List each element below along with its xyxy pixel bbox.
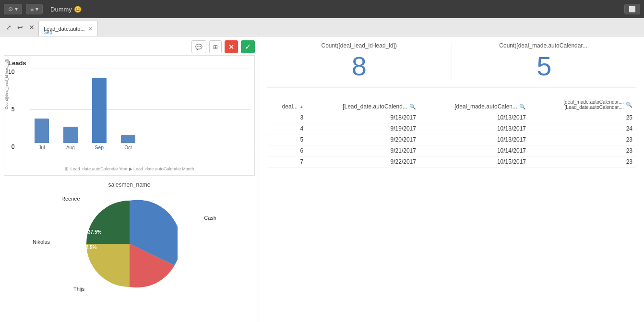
dropdown-arrow: ▾ bbox=[15, 6, 18, 12]
cell-lead-date-0: 9/18/2017 bbox=[307, 112, 420, 123]
bar-group-jul: Jul bbox=[35, 119, 49, 150]
dropdown-arrow2: ▾ bbox=[36, 6, 38, 12]
cell-deal-made-3: 10/14/2017 bbox=[420, 145, 530, 156]
kpi-2-label: Count([deal_made.autoCalendar.... bbox=[462, 42, 627, 49]
pie-label-thijs: Thijs bbox=[73, 286, 84, 292]
left-panel: 💬 ⊞ ✕ ✓ Leads 10 5 0 Count([deal_lead_id… bbox=[0, 36, 259, 322]
cell-deal-1: 4 bbox=[267, 123, 307, 134]
pie-pct-cash: 37.5% bbox=[88, 229, 101, 235]
pie-pct-nikolas: 25% bbox=[57, 262, 66, 267]
pie-label-reenee: Reenee bbox=[61, 196, 80, 202]
grid-line-bottom bbox=[30, 150, 250, 150]
workspace-icon: ⊙ bbox=[8, 6, 13, 12]
pie-chart-section: salesmen_name Cash Reen bbox=[4, 181, 255, 297]
sort-asc-icon[interactable]: ▲ bbox=[299, 105, 303, 109]
bar-chart-area: 10 5 0 Count([deal_lead_id-lead_id]) Jul bbox=[8, 69, 250, 165]
cell-deal-made-lead-4: 23 bbox=[530, 156, 636, 167]
y-label-5: 5 bbox=[12, 106, 15, 113]
cell-lead-date-1: 9/19/2017 bbox=[307, 123, 420, 134]
bar-chart-title: Leads bbox=[8, 60, 250, 67]
bar-jul bbox=[35, 119, 49, 143]
workspace-menu-button[interactable]: ⊙ ▾ bbox=[4, 4, 22, 14]
close-tab-icon[interactable]: ✕ bbox=[27, 22, 36, 33]
bar-sep bbox=[92, 78, 107, 143]
workspace-title: Dummy 😐 bbox=[50, 6, 82, 13]
back-icon[interactable]: ↩ bbox=[15, 22, 25, 33]
kpi-2: Count([deal_made.autoCalendar.... 5 bbox=[452, 42, 637, 80]
kpi-1-value: 8 bbox=[276, 53, 442, 80]
table-row: 7 9/22/2017 10/15/2017 23 bbox=[267, 156, 636, 167]
confirm-button[interactable]: ✓ bbox=[241, 40, 255, 53]
bar-group-oct: Oct bbox=[121, 135, 135, 150]
table-row: 3 9/18/2017 10/13/2017 25 bbox=[267, 112, 636, 123]
list-icon: ≡ bbox=[30, 6, 34, 12]
col-deal-made-lead: [deal_made.autoCalendar.... [Lead_date.a… bbox=[530, 97, 636, 112]
table-row: 5 9/20/2017 10/13/2017 23 bbox=[267, 134, 636, 145]
slice-thijs bbox=[86, 201, 130, 244]
y-axis-label: Count([deal_lead_id-lead_id]) bbox=[4, 59, 9, 109]
col-deal: deal... ▲ bbox=[267, 97, 307, 112]
cell-deal-made-lead-0: 25 bbox=[530, 112, 636, 123]
top-bar: ⊙ ▾ ≡ ▾ Dummy 😐 ⬜ bbox=[0, 0, 644, 18]
cell-deal-0: 3 bbox=[267, 112, 307, 123]
tab-subtitle: Sep bbox=[44, 30, 52, 35]
grid-line-top bbox=[30, 69, 250, 69]
table-row: 6 9/21/2017 10/14/2017 23 bbox=[267, 145, 636, 156]
pie-svg bbox=[82, 196, 178, 292]
bar-group-aug: Aug bbox=[63, 127, 78, 150]
col-lead-date: [Lead_date.autoCalend... 🔍 bbox=[307, 97, 420, 112]
tab-bar: ⤢ ↩ ✕ Lead_date.auto... ✕ Sep bbox=[0, 18, 644, 36]
table-row: 4 9/19/2017 10/13/2017 24 bbox=[267, 123, 636, 134]
bars-area: Jul Aug Sep Oct bbox=[30, 69, 250, 150]
comment-button[interactable]: 💬 bbox=[191, 40, 206, 53]
kpi-1-label: Count([deal_lead_id-lead_id]) bbox=[276, 42, 442, 49]
data-table: deal... ▲ [Lead_date.autoCalend... 🔍 [de… bbox=[267, 97, 636, 167]
cell-deal-4: 7 bbox=[267, 156, 307, 167]
kpi-row: Count([deal_lead_id-lead_id]) 8 Count([d… bbox=[267, 42, 636, 88]
chart-toolbar: 💬 ⊞ ✕ ✓ bbox=[4, 40, 255, 53]
col-deal-label: deal... bbox=[282, 103, 298, 110]
monitor-button[interactable]: ⬜ bbox=[624, 4, 640, 14]
slice-nikolas bbox=[86, 244, 130, 287]
pie-pct-reenee: 12.5% bbox=[83, 245, 96, 250]
kpi-1: Count([deal_lead_id-lead_id]) 8 bbox=[267, 42, 452, 80]
cell-lead-date-3: 9/21/2017 bbox=[307, 145, 420, 156]
expand-icon[interactable]: ⤢ bbox=[4, 22, 13, 33]
col-deal-made-label: [deal_made.autoCalen... bbox=[454, 103, 517, 110]
bar-label-sep: Sep bbox=[95, 145, 104, 150]
active-tab[interactable]: Lead_date.auto... ✕ Sep bbox=[38, 21, 98, 36]
cell-deal-made-lead-1: 24 bbox=[530, 123, 636, 134]
cell-deal-made-1: 10/13/2017 bbox=[420, 123, 530, 134]
pie-chart-title: salesmen_name bbox=[4, 181, 255, 188]
cell-deal-3: 6 bbox=[267, 145, 307, 156]
bar-label-aug: Aug bbox=[66, 145, 75, 150]
y-label-10: 10 bbox=[8, 69, 14, 75]
cell-deal-2: 5 bbox=[267, 134, 307, 145]
bar-label-oct: Oct bbox=[124, 145, 132, 150]
search-icon-deal-made-lead[interactable]: 🔍 bbox=[626, 102, 632, 108]
focus-button[interactable]: ⊞ bbox=[209, 40, 222, 53]
kpi-2-value: 5 bbox=[462, 53, 627, 80]
main-content: 💬 ⊞ ✕ ✓ Leads 10 5 0 Count([deal_lead_id… bbox=[0, 36, 644, 322]
search-icon-lead-date[interactable]: 🔍 bbox=[409, 104, 416, 110]
tab-nav-icons: ⤢ ↩ ✕ bbox=[2, 18, 38, 36]
grid-line-mid bbox=[30, 109, 250, 110]
top-bar-right: ⬜ bbox=[624, 4, 640, 14]
bar-oct bbox=[121, 135, 135, 143]
view-menu-button[interactable]: ≡ ▾ bbox=[26, 4, 43, 14]
chart-footer: ⊞ Lead_date.autoCalendar.Year ▶ Lead_dat… bbox=[8, 167, 250, 171]
pie-label-cash: Cash bbox=[204, 215, 216, 221]
pie-pct-thijs: 25% bbox=[61, 275, 71, 280]
col-deal-made-lead-label-top: [deal_made.autoCalendar.... bbox=[563, 99, 624, 105]
search-icon-deal-made[interactable]: 🔍 bbox=[519, 104, 526, 110]
bar-aug bbox=[63, 127, 78, 143]
cancel-button[interactable]: ✕ bbox=[225, 40, 238, 53]
pie-chart-wrapper: Cash Reenee Nikolas Thijs 37.5% 12.5% 25… bbox=[4, 191, 255, 297]
cell-lead-date-4: 9/22/2017 bbox=[307, 156, 420, 167]
tab-close-button[interactable]: ✕ bbox=[88, 25, 93, 32]
cell-deal-made-4: 10/15/2017 bbox=[420, 156, 530, 167]
col-lead-date-label: [Lead_date.autoCalend... bbox=[343, 103, 407, 110]
cell-deal-made-0: 10/13/2017 bbox=[420, 112, 530, 123]
drill-icon: ⊞ bbox=[65, 167, 69, 171]
cell-deal-made-lead-2: 23 bbox=[530, 134, 636, 145]
